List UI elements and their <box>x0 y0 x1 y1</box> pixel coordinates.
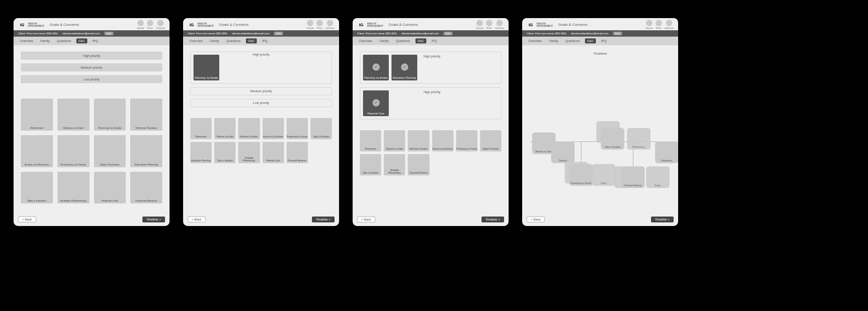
nav-advisor[interactable]: Advisor <box>665 20 674 29</box>
tab-overview[interactable]: Overview <box>188 38 204 43</box>
goal-card[interactable]: Planning my Estate <box>94 99 126 131</box>
goal-card[interactable]: Minimize Taxation <box>238 118 259 139</box>
tab-overview[interactable]: Overview <box>357 38 374 43</box>
priority-low-zone[interactable]: Low priority <box>21 75 162 83</box>
timeline-node[interactable]: Philanthropy <box>627 128 651 150</box>
nav-home[interactable]: Home <box>137 20 144 29</box>
priority-low-zone[interactable]: Low priority <box>190 99 332 107</box>
brand-line2: MANAGEMENT <box>367 25 383 27</box>
back-button[interactable]: < Back <box>188 217 206 222</box>
tab-family[interactable]: Family <box>377 38 391 43</box>
next-button[interactable]: Timeline > <box>651 217 674 222</box>
goal-card[interactable]: Take a Vacation <box>360 154 381 175</box>
goal-card[interactable]: Take a Vacation <box>214 142 236 163</box>
timeline-node[interactable]: Retirement <box>655 141 678 163</box>
goal-card[interactable]: Parental Care <box>263 142 284 163</box>
goal-card[interactable]: Evolve my Business <box>432 130 453 151</box>
timeline-node[interactable]: Taxation <box>551 141 575 163</box>
selected-goal-card[interactable]: ✓ Planning my Estate <box>363 55 389 80</box>
selected-goal-card[interactable]: ✓ Education Planning <box>392 55 417 80</box>
tab-family[interactable]: Family <box>547 38 560 43</box>
priority-medium-zone[interactable]: Medium priority <box>21 63 162 71</box>
nav-advisor[interactable]: Advisor <box>156 20 165 29</box>
next-button[interactable]: Timeline > <box>142 217 165 222</box>
tab-overview[interactable]: Overview <box>18 38 35 43</box>
nav-advisor[interactable]: Advisor <box>326 20 335 29</box>
tab-gc[interactable]: G&C <box>585 38 595 43</box>
tab-questions[interactable]: Questions <box>564 38 582 43</box>
goal-card[interactable]: Protecting my Family <box>57 135 90 167</box>
edit-client-button[interactable]: Edit <box>274 32 283 35</box>
next-button[interactable]: Timeline > <box>312 217 335 222</box>
goal-card[interactable]: Minimize Taxation <box>408 130 429 151</box>
nav-home[interactable]: Home <box>646 20 653 29</box>
priority-high-zone[interactable]: High priority ✓ Planning my Estate ✓ Edu… <box>360 52 501 84</box>
goal-card[interactable]: Reduce my Debt <box>214 118 236 139</box>
goal-card[interactable]: Financial Reserve <box>408 154 429 175</box>
timeline-node[interactable]: Hope <box>592 164 615 186</box>
back-button[interactable]: < Back <box>527 217 545 222</box>
nav-prez[interactable]: Prez <box>316 20 323 29</box>
goal-card[interactable]: Education Planning <box>190 142 212 163</box>
tab-ipq[interactable]: IPQ <box>430 38 439 43</box>
back-button[interactable]: < Back <box>18 217 36 222</box>
timeline-node[interactable]: Take a Vacation <box>601 128 624 150</box>
goal-card[interactable]: Major Purchase <box>480 130 501 151</box>
tab-ipq[interactable]: IPQ <box>599 38 609 43</box>
goal-card[interactable]: Parental Care <box>94 172 126 204</box>
nav-prez[interactable]: Prez <box>486 20 492 29</box>
edit-client-button[interactable]: Edit <box>104 32 113 35</box>
tab-ipq[interactable]: IPQ <box>91 38 100 43</box>
goal-card[interactable]: Financial Reserve <box>130 172 162 204</box>
footer: < Back Timeline > <box>14 213 170 226</box>
goal-card[interactable]: Minimize Taxation <box>130 99 162 131</box>
tab-overview[interactable]: Overview <box>527 38 543 43</box>
goal-card[interactable]: Reduce my Debt <box>384 130 405 151</box>
tab-family[interactable]: Family <box>38 38 52 43</box>
goal-card[interactable]: Education Planning <box>130 135 162 167</box>
timeline-node[interactable]: Estate <box>646 166 670 188</box>
nav-home[interactable]: Home <box>476 20 483 29</box>
tab-gc[interactable]: G&C <box>415 38 426 43</box>
goal-card[interactable]: Strategic Philanthropy <box>238 142 259 163</box>
goal-card[interactable]: Evolve my Business <box>21 135 53 167</box>
goal-card[interactable]: Reduce my Debt <box>57 99 90 131</box>
goal-card[interactable]: Strategic Philanthropy <box>57 172 90 204</box>
next-button[interactable]: Timeline > <box>481 217 504 222</box>
selected-goal-card[interactable]: Planning my Estate <box>193 55 219 80</box>
timeline-canvas[interactable]: Reduce my DebtTaxationEducationTake a Va… <box>524 83 676 213</box>
nav-home[interactable]: Home <box>307 20 314 29</box>
back-button[interactable]: < Back <box>357 217 375 222</box>
edit-client-button[interactable]: Edit <box>443 32 453 35</box>
edit-client-button[interactable]: Edit <box>613 32 622 35</box>
goal-card[interactable]: Retirement <box>360 130 381 151</box>
goal-card[interactable]: Take a Vacation <box>21 172 53 204</box>
tab-gc[interactable]: G&C <box>76 38 87 43</box>
tab-gc[interactable]: G&C <box>246 38 256 43</box>
goal-card[interactable]: Protecting my Family <box>287 118 308 139</box>
nav-prez[interactable]: Prez <box>147 20 153 29</box>
goal-card[interactable]: Strategic Philanthropy <box>384 154 405 175</box>
tab-questions[interactable]: Questions <box>55 38 73 43</box>
goal-card[interactable]: Retirement <box>21 99 53 131</box>
priority-high-zone-2[interactable]: High priority ✓ Parental Care <box>360 87 501 119</box>
goal-card[interactable]: Evolve my Business <box>263 118 284 139</box>
timeline-node[interactable]: Financial Reserve <box>621 166 645 188</box>
tab-questions[interactable]: Questions <box>394 38 412 43</box>
goal-card[interactable]: Financial Reserve <box>287 142 308 163</box>
goal-card[interactable]: Retirement <box>190 118 212 139</box>
tab-questions[interactable]: Questions <box>225 38 243 43</box>
nav-prez[interactable]: Prez <box>656 20 662 29</box>
nav-advisor[interactable]: Advisor <box>495 20 504 29</box>
timeline-node[interactable]: Protecting my Family <box>569 164 593 186</box>
priority-high-zone[interactable]: High priority <box>21 52 162 60</box>
tab-ipq[interactable]: IPQ <box>260 38 269 43</box>
goal-card[interactable]: Major Purchase <box>311 118 332 139</box>
goal-card[interactable]: Protecting my Family <box>456 130 477 151</box>
goal-card[interactable]: Major Purchase <box>94 135 126 167</box>
priority-high-zone[interactable]: High priority Planning my Estate <box>190 52 332 84</box>
priority-medium-zone[interactable]: Medium priority <box>190 87 332 95</box>
screen-timeline: IG WEALTH MANAGEMENT Goals & Concerns Ho… <box>522 18 678 226</box>
tab-family[interactable]: Family <box>208 38 221 43</box>
selected-goal-card[interactable]: ✓ Parental Care <box>363 90 389 116</box>
